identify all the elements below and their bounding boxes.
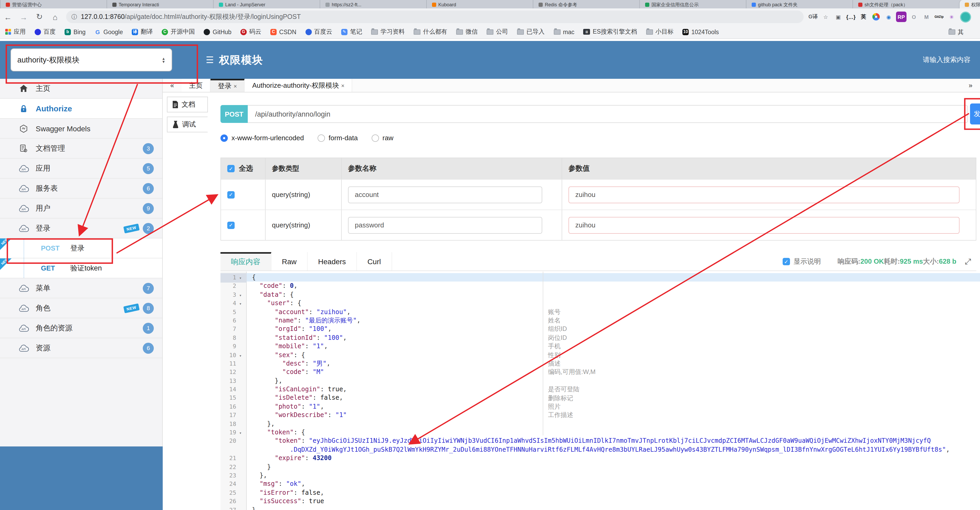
radio-icon[interactable] bbox=[220, 134, 228, 142]
address-bar[interactable]: ⓘ 127.0.0.1:8760/api/gate/doc.html#/auth… bbox=[66, 11, 803, 23]
collapse-tabs-icon[interactable]: « bbox=[163, 79, 181, 92]
rp-ext-icon[interactable]: RP bbox=[896, 11, 907, 22]
reload-icon[interactable]: ↻ bbox=[32, 12, 47, 22]
bookmark-item[interactable]: ✎笔记 bbox=[341, 28, 362, 36]
param-value-input[interactable]: zuihou bbox=[568, 217, 959, 233]
globe-ext-icon[interactable]: ◉ bbox=[883, 11, 894, 22]
scan-ext-icon[interactable]: ▣ bbox=[833, 11, 843, 22]
bookmark-item[interactable]: 已导入 bbox=[517, 28, 544, 36]
show-desc-checkbox[interactable]: ✓ bbox=[783, 258, 790, 265]
bookmark-star-icon[interactable]: ☆ bbox=[821, 11, 831, 22]
bookmark-item[interactable]: 什么都有 bbox=[414, 28, 447, 36]
body-type-option[interactable]: form-data bbox=[318, 134, 358, 142]
browser-tab[interactable]: github pack 文件夹 bbox=[746, 0, 853, 8]
bookmark-item[interactable]: ≣ES搜索引擎文档 bbox=[584, 28, 637, 36]
browser-tab[interactable]: 国家企业信用信息公示 bbox=[640, 0, 746, 8]
sidebar-item-服务表[interactable]: API服务表6 bbox=[0, 178, 162, 199]
body-type-option[interactable]: x-www-form-urlencoded bbox=[220, 134, 304, 142]
browser-tab[interactable]: 营管/运营中心 bbox=[0, 0, 107, 8]
response-editor[interactable]: 1▾{2 "code": 0,3▾ "data": {4▾ "user": {5… bbox=[220, 271, 980, 510]
bookmark-item[interactable]: 应用 bbox=[5, 28, 26, 36]
sidebar-item-文档管理[interactable]: 文档管理3 bbox=[0, 139, 162, 159]
sidebar-endpoint-登录[interactable]: NEWPOST登录 bbox=[0, 239, 162, 258]
response-tab-响应内容[interactable]: 响应内容 bbox=[220, 252, 271, 271]
send-button[interactable]: 发送 bbox=[970, 104, 980, 124]
bookmark-item[interactable]: 译翻译 bbox=[132, 28, 153, 36]
tab-doc[interactable]: 文档 bbox=[167, 97, 208, 112]
sidebar-item-应用[interactable]: API应用5 bbox=[0, 159, 162, 178]
browser-tab[interactable]: sh文件处理（pack） bbox=[853, 0, 959, 8]
browser-tab[interactable]: Temporary Interacti bbox=[107, 0, 213, 8]
forward-icon[interactable]: → bbox=[16, 12, 32, 21]
bookmark-item[interactable]: 101024Tools bbox=[682, 29, 719, 35]
header-search-input[interactable]: 请输入搜索内容 bbox=[923, 41, 970, 79]
expand-tabs-icon[interactable]: » bbox=[961, 79, 980, 92]
body-type-option[interactable]: raw bbox=[371, 134, 393, 142]
m-ext-icon[interactable]: M bbox=[921, 11, 932, 22]
bookmark-item[interactable]: 微信 bbox=[456, 28, 478, 36]
module-select[interactable]: authority-权限模块 ▲▼ bbox=[11, 48, 172, 72]
sidebar-item-Swagger Models[interactable]: Swagger Models bbox=[0, 119, 162, 139]
response-tab-Headers[interactable]: Headers bbox=[308, 252, 357, 271]
browser-tab[interactable]: 权限模块 bbox=[959, 0, 980, 8]
menu-icon[interactable]: ☰ bbox=[206, 54, 214, 65]
bookmark-item[interactable]: 百度云 bbox=[305, 28, 332, 36]
select-all-checkbox[interactable]: ✓ bbox=[227, 165, 235, 172]
content-tab-登录[interactable]: 登录× bbox=[210, 79, 245, 92]
back-icon[interactable]: ← bbox=[0, 12, 16, 21]
sidebar-item-角色的资源[interactable]: API角色的资源1 bbox=[0, 318, 162, 338]
chrome-ext-icon[interactable] bbox=[871, 11, 881, 22]
bookmark-item[interactable]: 百度 bbox=[35, 28, 56, 36]
profile-avatar[interactable] bbox=[960, 11, 971, 22]
content-tab-主页[interactable]: 主页 bbox=[181, 79, 210, 92]
row-checkbox[interactable]: ✓ bbox=[227, 191, 235, 198]
radio-icon[interactable] bbox=[371, 134, 379, 142]
tab-debug[interactable]: 调试 bbox=[167, 116, 208, 132]
bookmark-item[interactable]: 公司 bbox=[487, 28, 508, 36]
home-icon[interactable]: ⌂ bbox=[47, 12, 63, 21]
show-desc-toggle[interactable]: ✓显示说明 bbox=[783, 257, 821, 266]
sidebar-item-用户[interactable]: API用户9 bbox=[0, 199, 162, 218]
response-tab-Curl[interactable]: Curl bbox=[357, 252, 392, 271]
bookmark-item[interactable]: 其 bbox=[948, 28, 964, 36]
sidebar-item-资源[interactable]: API资源6 bbox=[0, 338, 162, 358]
json-viewer-ext-icon[interactable]: {…} bbox=[846, 11, 856, 22]
translate-page-icon[interactable]: G译 bbox=[808, 11, 818, 22]
sidebar-endpoint-验证token[interactable]: NEWGET验证token bbox=[0, 258, 162, 278]
browser-tab[interactable]: Kuboard bbox=[426, 0, 533, 8]
bookmark-item[interactable]: G码云 bbox=[240, 28, 261, 36]
row-checkbox[interactable]: ✓ bbox=[227, 222, 235, 229]
sidebar-item-菜单[interactable]: API菜单7 bbox=[0, 278, 162, 298]
sidebar-item-Authorize[interactable]: Authorize bbox=[0, 99, 162, 119]
bookmark-item[interactable]: 学习资料 bbox=[371, 28, 405, 36]
sidebar-item-登录[interactable]: API登录NEW2 bbox=[0, 218, 162, 239]
radio-icon[interactable] bbox=[318, 134, 325, 142]
bookmark-item[interactable]: GGoogle bbox=[94, 29, 123, 35]
fullscreen-icon[interactable]: ⤢ bbox=[965, 257, 971, 266]
bookmark-item[interactable]: mac bbox=[554, 29, 574, 35]
param-value-input[interactable]: zuihou bbox=[568, 186, 959, 203]
content-tab-Authorize-authority-权限模块[interactable]: Authorize-authority-权限模块× bbox=[245, 79, 353, 92]
bookmark-item[interactable]: GitHub bbox=[204, 29, 231, 35]
colorful-ext-icon[interactable]: ✳ bbox=[947, 11, 957, 22]
gitzip-ext-icon[interactable]: GitZip bbox=[934, 11, 944, 22]
close-tab-icon[interactable]: × bbox=[234, 83, 237, 89]
browser-tab[interactable]: Land - JumpServer bbox=[213, 0, 320, 8]
browser-tab[interactable]: https://sz2-ft... bbox=[320, 0, 426, 8]
bookmark-item[interactable]: 小目标 bbox=[646, 28, 673, 36]
sidebar-item-角色[interactable]: API角色NEW8 bbox=[0, 298, 162, 318]
browser-tab[interactable]: Redis 命令参考 bbox=[533, 0, 640, 8]
bookmark-item[interactable]: CCSDN bbox=[270, 29, 296, 35]
page-info-icon[interactable]: ⓘ bbox=[72, 13, 77, 21]
param-name-input[interactable]: account bbox=[348, 186, 542, 203]
close-tab-icon[interactable]: × bbox=[341, 82, 345, 89]
sidebar-item-主页[interactable]: 主页 bbox=[0, 79, 162, 99]
bookmark-item[interactable]: bBing bbox=[65, 29, 86, 35]
en-translate-ext-icon[interactable]: 英 bbox=[858, 11, 869, 22]
param-name-input[interactable]: password bbox=[348, 217, 542, 233]
other-bookmarks[interactable]: 其 bbox=[948, 25, 973, 39]
request-path-input[interactable]: /api/authority/anno/login bbox=[248, 105, 968, 123]
bookmark-item[interactable]: C开源中国 bbox=[162, 28, 195, 36]
response-tab-Raw[interactable]: Raw bbox=[271, 252, 308, 271]
ring-ext-icon[interactable]: O bbox=[908, 11, 919, 22]
